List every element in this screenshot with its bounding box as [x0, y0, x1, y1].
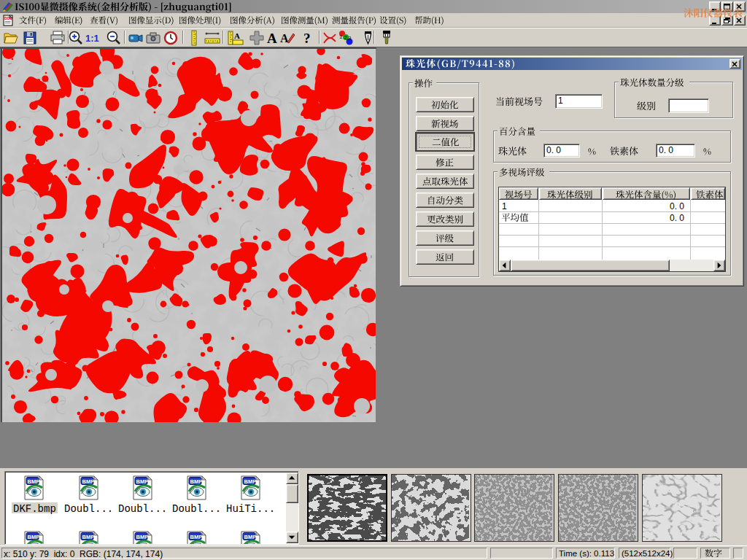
- svg-text:BMP: BMP: [244, 478, 257, 485]
- svg-text:BMP: BMP: [190, 478, 203, 485]
- svg-text:BMP: BMP: [136, 478, 149, 485]
- svg-text:1:1: 1:1: [85, 33, 99, 44]
- svg-text:DOC: DOC: [4, 16, 13, 20]
- svg-text:A: A: [267, 31, 277, 46]
- svg-text:BMP: BMP: [28, 534, 40, 540]
- svg-text:1: 1: [339, 34, 343, 40]
- svg-text:3: 3: [348, 35, 352, 42]
- svg-text:BMP: BMP: [28, 478, 40, 485]
- svg-text:BMP: BMP: [190, 534, 203, 540]
- svg-text:A: A: [234, 31, 240, 40]
- svg-text:2: 2: [344, 34, 348, 41]
- svg-text:BMP: BMP: [136, 534, 149, 540]
- svg-text:BMP: BMP: [244, 534, 257, 540]
- svg-text:BMP: BMP: [82, 534, 95, 540]
- svg-text:BMP: BMP: [82, 478, 95, 485]
- svg-text:?: ?: [303, 31, 311, 46]
